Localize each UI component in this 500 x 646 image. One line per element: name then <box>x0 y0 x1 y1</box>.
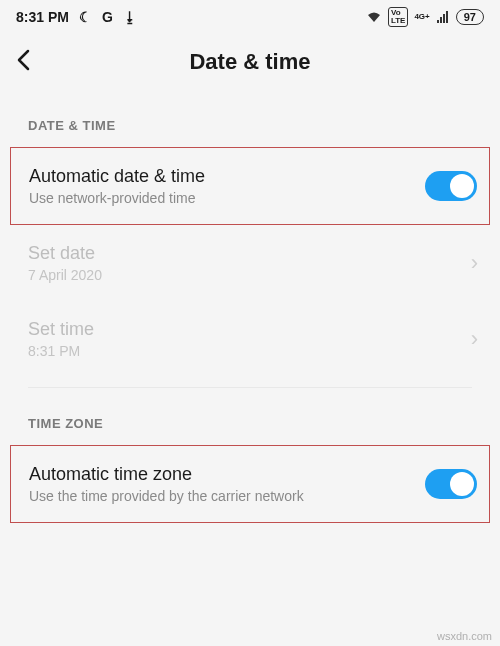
toggle-auto-datetime[interactable] <box>425 171 477 201</box>
toggle-auto-timezone[interactable] <box>425 469 477 499</box>
row-title: Automatic time zone <box>29 464 425 485</box>
dnd-moon-icon: ☾ <box>79 9 92 25</box>
signal-icon <box>436 11 450 23</box>
chevron-right-icon: › <box>463 250 478 276</box>
status-left: 8:31 PM ☾ G ⭳ <box>16 9 137 25</box>
row-set-date: Set date 7 April 2020 › <box>0 225 500 301</box>
row-title: Automatic date & time <box>29 166 425 187</box>
status-bar: 8:31 PM ☾ G ⭳ VoLTE 4G+ 97 <box>0 0 500 34</box>
row-subtitle: 8:31 PM <box>28 343 463 359</box>
wifi-icon <box>366 11 382 23</box>
volte-icon: VoLTE <box>388 7 409 27</box>
row-title: Set time <box>28 319 463 340</box>
network-label: 4G+ <box>414 13 429 21</box>
row-subtitle: Use the time provided by the carrier net… <box>29 488 425 504</box>
row-title: Set date <box>28 243 463 264</box>
section-header-timezone: TIME ZONE <box>0 388 500 445</box>
watermark: wsxdn.com <box>437 630 492 642</box>
page-title: Date & time <box>56 49 444 75</box>
section-header-datetime: DATE & TIME <box>0 90 500 147</box>
back-button[interactable] <box>16 49 56 75</box>
status-time: 8:31 PM <box>16 9 69 25</box>
row-text: Set time 8:31 PM <box>28 319 463 359</box>
download-icon: ⭳ <box>123 9 137 25</box>
row-subtitle: Use network-provided time <box>29 190 425 206</box>
row-auto-timezone[interactable]: Automatic time zone Use the time provide… <box>10 445 490 523</box>
page-header: Date & time <box>0 34 500 90</box>
status-right: VoLTE 4G+ 97 <box>366 7 484 27</box>
row-text: Automatic time zone Use the time provide… <box>29 464 425 504</box>
battery-indicator: 97 <box>456 9 484 25</box>
google-icon: G <box>102 9 113 25</box>
row-text: Automatic date & time Use network-provid… <box>29 166 425 206</box>
row-subtitle: 7 April 2020 <box>28 267 463 283</box>
row-text: Set date 7 April 2020 <box>28 243 463 283</box>
row-auto-datetime[interactable]: Automatic date & time Use network-provid… <box>10 147 490 225</box>
chevron-right-icon: › <box>463 326 478 352</box>
row-set-time: Set time 8:31 PM › <box>0 301 500 377</box>
